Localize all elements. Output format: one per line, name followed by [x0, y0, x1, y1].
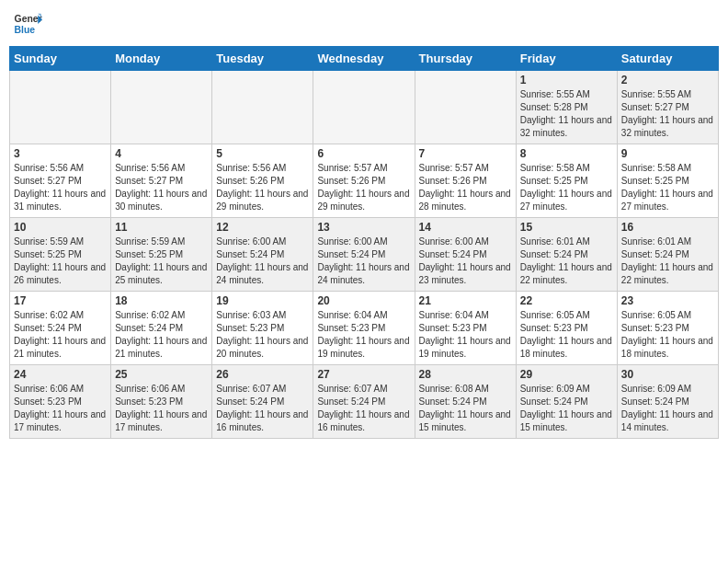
calendar-cell: 23Sunrise: 6:05 AMSunset: 5:23 PMDayligh… — [617, 292, 718, 365]
calendar-week-3: 10Sunrise: 5:59 AMSunset: 5:25 PMDayligh… — [10, 218, 719, 292]
calendar-cell: 12Sunrise: 6:00 AMSunset: 5:24 PMDayligh… — [212, 218, 313, 292]
day-number: 17 — [14, 294, 107, 307]
calendar-cell: 19Sunrise: 6:03 AMSunset: 5:23 PMDayligh… — [212, 292, 313, 365]
calendar-cell: 16Sunrise: 6:01 AMSunset: 5:24 PMDayligh… — [617, 218, 718, 292]
day-number: 9 — [621, 147, 714, 160]
day-number: 16 — [621, 221, 714, 234]
cell-info: Sunrise: 5:58 AMSunset: 5:25 PMDaylight:… — [520, 162, 613, 213]
day-number: 3 — [14, 147, 107, 160]
weekday-header-thursday: Thursday — [415, 47, 516, 71]
svg-text:Blue: Blue — [15, 25, 36, 35]
cell-info: Sunrise: 6:06 AMSunset: 5:23 PMDaylight:… — [14, 383, 107, 434]
weekday-header-friday: Friday — [516, 47, 617, 71]
day-number: 6 — [317, 147, 410, 160]
calendar-cell — [111, 71, 212, 144]
calendar-cell: 1Sunrise: 5:55 AMSunset: 5:28 PMDaylight… — [516, 71, 617, 144]
weekday-header-row: SundayMondayTuesdayWednesdayThursdayFrid… — [10, 47, 719, 71]
day-number: 27 — [317, 368, 410, 381]
calendar-cell: 6Sunrise: 5:57 AMSunset: 5:26 PMDaylight… — [313, 144, 415, 218]
weekday-header-tuesday: Tuesday — [212, 47, 313, 71]
calendar-cell: 18Sunrise: 6:02 AMSunset: 5:24 PMDayligh… — [111, 292, 212, 365]
day-number: 26 — [216, 368, 309, 381]
cell-info: Sunrise: 6:09 AMSunset: 5:24 PMDaylight:… — [621, 383, 714, 434]
day-number: 14 — [419, 221, 512, 234]
logo: General Blue — [13, 9, 42, 39]
calendar-cell: 2Sunrise: 5:55 AMSunset: 5:27 PMDaylight… — [617, 71, 718, 144]
calendar-cell: 11Sunrise: 5:59 AMSunset: 5:25 PMDayligh… — [111, 218, 212, 292]
cell-info: Sunrise: 5:55 AMSunset: 5:28 PMDaylight:… — [520, 88, 613, 140]
calendar-cell — [10, 71, 111, 144]
day-number: 30 — [621, 368, 714, 381]
calendar-cell: 25Sunrise: 6:06 AMSunset: 5:23 PMDayligh… — [111, 365, 212, 439]
day-number: 10 — [14, 221, 107, 234]
weekday-header-saturday: Saturday — [617, 47, 718, 71]
cell-info: Sunrise: 6:07 AMSunset: 5:24 PMDaylight:… — [317, 383, 410, 434]
calendar-cell: 22Sunrise: 6:05 AMSunset: 5:23 PMDayligh… — [516, 292, 617, 365]
day-number: 23 — [621, 294, 714, 307]
day-number: 11 — [115, 221, 208, 234]
calendar-cell: 20Sunrise: 6:04 AMSunset: 5:23 PMDayligh… — [313, 292, 415, 365]
cell-info: Sunrise: 6:07 AMSunset: 5:24 PMDaylight:… — [216, 383, 309, 434]
cell-info: Sunrise: 6:02 AMSunset: 5:24 PMDaylight:… — [14, 309, 107, 361]
calendar-cell: 30Sunrise: 6:09 AMSunset: 5:24 PMDayligh… — [617, 365, 718, 439]
calendar-cell: 5Sunrise: 5:56 AMSunset: 5:26 PMDaylight… — [212, 144, 313, 218]
calendar-cell: 3Sunrise: 5:56 AMSunset: 5:27 PMDaylight… — [10, 144, 111, 218]
day-number: 1 — [520, 74, 613, 86]
cell-info: Sunrise: 6:00 AMSunset: 5:24 PMDaylight:… — [419, 236, 512, 287]
cell-info: Sunrise: 6:04 AMSunset: 5:23 PMDaylight:… — [419, 309, 512, 361]
cell-info: Sunrise: 5:57 AMSunset: 5:26 PMDaylight:… — [317, 162, 410, 213]
calendar-table: SundayMondayTuesdayWednesdayThursdayFrid… — [9, 46, 719, 439]
day-number: 7 — [419, 147, 512, 160]
day-number: 15 — [520, 221, 613, 234]
cell-info: Sunrise: 5:59 AMSunset: 5:25 PMDaylight:… — [115, 236, 208, 287]
calendar-week-5: 24Sunrise: 6:06 AMSunset: 5:23 PMDayligh… — [10, 365, 719, 439]
day-number: 2 — [621, 74, 714, 86]
calendar-cell: 29Sunrise: 6:09 AMSunset: 5:24 PMDayligh… — [516, 365, 617, 439]
calendar-cell: 27Sunrise: 6:07 AMSunset: 5:24 PMDayligh… — [313, 365, 415, 439]
calendar-cell — [212, 71, 313, 144]
calendar-cell: 10Sunrise: 5:59 AMSunset: 5:25 PMDayligh… — [10, 218, 111, 292]
cell-info: Sunrise: 5:56 AMSunset: 5:26 PMDaylight:… — [216, 162, 309, 213]
day-number: 28 — [419, 368, 512, 381]
calendar-cell: 14Sunrise: 6:00 AMSunset: 5:24 PMDayligh… — [415, 218, 516, 292]
calendar-cell: 8Sunrise: 5:58 AMSunset: 5:25 PMDaylight… — [516, 144, 617, 218]
weekday-header-sunday: Sunday — [10, 47, 111, 71]
logo-icon: General Blue — [13, 9, 42, 39]
weekday-header-monday: Monday — [111, 47, 212, 71]
day-number: 20 — [317, 294, 410, 307]
cell-info: Sunrise: 6:05 AMSunset: 5:23 PMDaylight:… — [621, 309, 714, 361]
cell-info: Sunrise: 6:06 AMSunset: 5:23 PMDaylight:… — [115, 383, 208, 434]
day-number: 29 — [520, 368, 613, 381]
calendar-cell: 4Sunrise: 5:56 AMSunset: 5:27 PMDaylight… — [111, 144, 212, 218]
calendar-cell — [415, 71, 516, 144]
calendar-cell: 24Sunrise: 6:06 AMSunset: 5:23 PMDayligh… — [10, 365, 111, 439]
page-header: General Blue — [9, 9, 719, 39]
cell-info: Sunrise: 6:05 AMSunset: 5:23 PMDaylight:… — [520, 309, 613, 361]
day-number: 13 — [317, 221, 410, 234]
calendar-cell: 21Sunrise: 6:04 AMSunset: 5:23 PMDayligh… — [415, 292, 516, 365]
cell-info: Sunrise: 6:08 AMSunset: 5:24 PMDaylight:… — [419, 383, 512, 434]
cell-info: Sunrise: 6:01 AMSunset: 5:24 PMDaylight:… — [621, 236, 714, 287]
cell-info: Sunrise: 5:57 AMSunset: 5:26 PMDaylight:… — [419, 162, 512, 213]
day-number: 21 — [419, 294, 512, 307]
calendar-week-4: 17Sunrise: 6:02 AMSunset: 5:24 PMDayligh… — [10, 292, 719, 365]
cell-info: Sunrise: 6:00 AMSunset: 5:24 PMDaylight:… — [216, 236, 309, 287]
day-number: 4 — [115, 147, 208, 160]
day-number: 5 — [216, 147, 309, 160]
day-number: 8 — [520, 147, 613, 160]
day-number: 22 — [520, 294, 613, 307]
cell-info: Sunrise: 6:00 AMSunset: 5:24 PMDaylight:… — [317, 236, 410, 287]
calendar-week-2: 3Sunrise: 5:56 AMSunset: 5:27 PMDaylight… — [10, 144, 719, 218]
cell-info: Sunrise: 5:58 AMSunset: 5:25 PMDaylight:… — [621, 162, 714, 213]
calendar-week-1: 1Sunrise: 5:55 AMSunset: 5:28 PMDaylight… — [10, 71, 719, 144]
calendar-cell: 13Sunrise: 6:00 AMSunset: 5:24 PMDayligh… — [313, 218, 415, 292]
cell-info: Sunrise: 6:03 AMSunset: 5:23 PMDaylight:… — [216, 309, 309, 361]
day-number: 12 — [216, 221, 309, 234]
calendar-cell: 17Sunrise: 6:02 AMSunset: 5:24 PMDayligh… — [10, 292, 111, 365]
cell-info: Sunrise: 5:59 AMSunset: 5:25 PMDaylight:… — [14, 236, 107, 287]
cell-info: Sunrise: 5:56 AMSunset: 5:27 PMDaylight:… — [115, 162, 208, 213]
cell-info: Sunrise: 5:56 AMSunset: 5:27 PMDaylight:… — [14, 162, 107, 213]
day-number: 24 — [14, 368, 107, 381]
calendar-cell: 28Sunrise: 6:08 AMSunset: 5:24 PMDayligh… — [415, 365, 516, 439]
calendar-cell — [313, 71, 415, 144]
